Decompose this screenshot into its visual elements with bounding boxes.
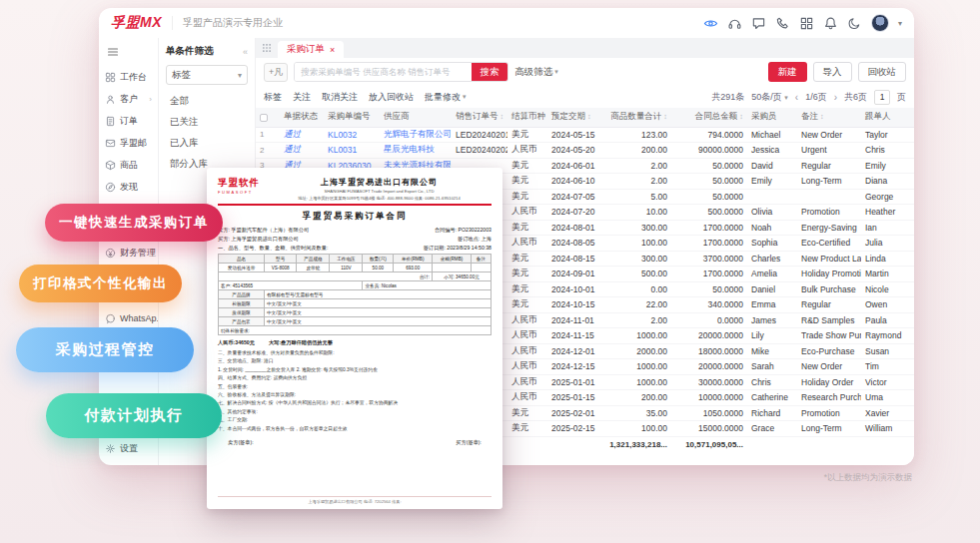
prev-page-icon[interactable]: ‹ [795,92,798,103]
create-button[interactable]: 新建 [768,62,807,82]
sort-icon[interactable]: ↕ [585,112,591,121]
filter-field-select[interactable]: 标签 ▾ [166,65,248,85]
sidebar-item-settings[interactable]: 设置 [99,437,158,459]
toolbar-action[interactable]: 批量修改▾ [425,91,467,104]
table-cell: David [747,158,797,174]
contract-goods-cell: 中文/英文/中英文 [265,308,491,317]
sort-icon[interactable]: ↕ [661,112,667,121]
search-button[interactable]: 搜索 [472,63,507,81]
search-input[interactable] [295,63,472,81]
contract-address: 地址: 上海市闵行区某某路1099号76栋4楼 电话: 400-888-9600… [267,196,491,201]
table-cell: Ian [861,220,914,236]
contract-goods-cell: VS-8008 [265,264,297,272]
toolbar-action[interactable]: 标签 [264,91,282,104]
select-all-checkbox[interactable] [260,114,268,122]
page-size-select[interactable]: 50条/页 ▾ [751,91,788,104]
table-cell: 2024-07-05 [547,189,605,205]
filter-item[interactable]: 全部 [166,91,248,112]
table-cell: 1700.0000 [671,220,747,236]
table-cell: Bulk Purchase [797,281,861,297]
table-cell: 2024-08-15 [547,251,605,267]
column-header[interactable]: 合同总金额 ↕ [671,108,747,127]
column-header[interactable]: 预定交期 ↕ [547,108,605,127]
contract-clause: 九、工厂交期: [218,416,491,424]
close-tab-icon[interactable]: × [330,45,335,55]
table-cell: 1700.0000 [671,267,747,282]
supplier-link[interactable]: 光辉电子有限公司 [380,127,452,143]
toolbar-action[interactable]: 放入回收站 [369,91,414,104]
phone-icon[interactable] [775,16,790,31]
sidebar-item-discover[interactable]: 发现 [99,176,158,198]
theme-moon-icon[interactable] [847,16,862,31]
table-cell: 22.00 [605,297,671,313]
toolbar-action[interactable]: 关注 [293,91,311,104]
table-cell: 人民币 [507,205,547,221]
table-row[interactable]: 2通过KL0031星辰光电科技LED20240202人民币2024-05-202… [256,143,914,159]
table-cell: 2024-10-15 [547,297,605,313]
add-filter-chip[interactable]: +凡 [264,63,288,82]
user-avatar[interactable] [871,14,889,32]
table-cell: Diana [861,174,914,190]
contract-footer: 上海孚盟贸易进出口有限公司 电话: 7202564 传真: [218,496,491,504]
sort-icon[interactable]: ↕ [498,112,504,121]
chat-message-icon[interactable] [751,16,766,31]
table-cell: 2.00 [605,158,671,174]
table-cell: Olivia [747,205,797,221]
column-header[interactable]: 备注 ↕ [797,108,861,127]
table-row[interactable]: 1通过KL0032光辉电子有限公司LED20240201美元2024-05-15… [256,127,914,143]
apps-grid-icon[interactable] [799,16,814,31]
sidebar-item-fumasoft-mail[interactable]: 孚盟邮 [99,132,158,154]
whatsapp-icon [105,313,116,324]
contract-goods-header: 型号 [265,255,297,264]
sidebar-item-orders[interactable]: 订单 [99,110,158,132]
toolbar-action[interactable]: 取消关注 [322,91,358,104]
contract-goods-header: 品名 [219,255,265,264]
sort-icon[interactable]: ↕ [737,112,743,121]
table-cell: 2024-10-01 [547,281,605,297]
po-number-link[interactable]: KL0031 [324,143,380,159]
sidebar-collapse-icon[interactable] [99,41,158,66]
import-button[interactable]: 导入 [813,62,852,82]
select-all-header[interactable] [256,108,280,127]
next-page-icon[interactable]: › [834,92,837,103]
page-jump-input[interactable] [874,90,890,105]
sidebar-item-workbench[interactable]: 工作台 [99,66,158,88]
filter-item[interactable]: 已关注 [166,112,248,133]
sidebar-item-customer[interactable]: 客户› [99,88,158,110]
table-cell: Emily [747,174,797,190]
contract-seller-signature: 卖方(签章): [228,439,254,446]
table-cell: 美元 [507,127,547,143]
recycle-bin-button[interactable]: 回收站 [858,62,907,82]
table-cell: Long-Term [797,174,861,190]
contract-sign-date: 签订日期: 2023/8/29 14:50:38 [424,245,491,252]
table-cell: Richard [747,405,797,421]
support-headset-icon[interactable] [727,16,742,31]
sidebar-item-whatsapp[interactable]: WhatsAp... [99,307,158,329]
table-cell: R&D Samples [797,312,861,328]
column-header[interactable]: 销售订单号 ↕ [452,108,507,127]
po-number-link[interactable]: KL0032 [324,127,380,143]
table-cell: New Order [797,359,861,375]
advanced-filter-button[interactable]: 高级筛选 ▾ [514,66,558,79]
filter-collapse-icon[interactable]: « [243,47,248,57]
table-cell: Emma [747,297,797,313]
sidebar-item-finance[interactable]: 财务管理› [99,242,158,264]
feature-pill-payment-plan: 付款计划执行 [46,393,222,438]
supplier-link[interactable]: 星辰光电科技 [380,143,452,159]
notification-bell-icon[interactable] [823,16,838,31]
tab-purchase-orders[interactable]: 采购订单 × [278,41,344,58]
table-cell: 20000.0000 [671,328,747,344]
pagination-total: 共291条 [711,91,744,104]
tab-grid-icon[interactable] [262,39,272,57]
workbench-icon [105,72,116,83]
filter-item[interactable]: 已入库 [166,133,248,154]
column-header[interactable]: 商品数量合计 ↕ [605,108,671,127]
sort-icon[interactable]: ↕ [818,112,824,121]
contract-goods-cell: 有限标有型号/无需标有型号 [265,290,491,299]
table-cell: Heather [861,205,914,221]
sidebar-item-products[interactable]: 商品 [99,154,158,176]
preview-eye-icon[interactable] [703,16,718,31]
chevron-down-icon[interactable]: ▾ [898,19,902,28]
table-cell: Sarah [747,359,797,375]
finance-icon [105,248,116,259]
